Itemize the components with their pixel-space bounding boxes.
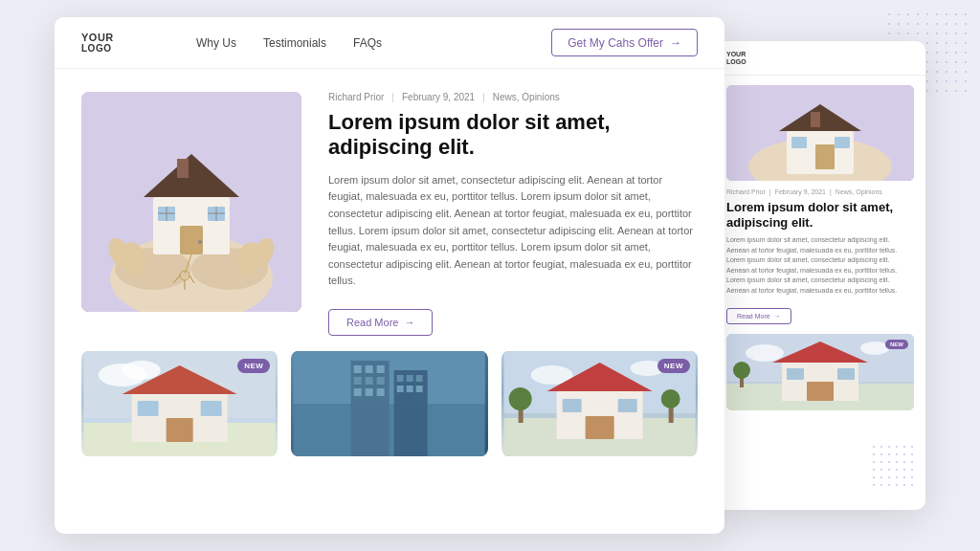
- svg-rect-39: [377, 365, 385, 373]
- svg-rect-40: [354, 377, 362, 385]
- svg-rect-74: [835, 137, 850, 148]
- svg-rect-47: [397, 375, 404, 382]
- blog-main-row: Richard Prior | February 9, 2021 | News,…: [55, 69, 724, 351]
- blog-author: Richard Prior: [328, 92, 384, 102]
- svg-point-77: [746, 344, 784, 362]
- svg-rect-11: [180, 226, 203, 254]
- sm-decorative-dots: [870, 443, 918, 491]
- sm-property-card[interactable]: NEW: [726, 334, 914, 410]
- svg-point-59: [508, 387, 531, 410]
- svg-rect-50: [397, 386, 404, 392]
- svg-rect-84: [807, 382, 834, 401]
- svg-rect-33: [201, 401, 222, 416]
- cta-button[interactable]: Get My Cahs Offer →: [551, 29, 698, 56]
- nav-faqs[interactable]: FAQs: [353, 36, 382, 50]
- svg-rect-42: [377, 377, 385, 385]
- new-badge-3: NEW: [657, 359, 690, 373]
- logo: YOUR LOGO: [81, 32, 139, 54]
- blog-title: Lorem ipsum dolor sit amet, adipiscing e…: [328, 110, 698, 161]
- blog-featured-image: [81, 92, 301, 312]
- blog-excerpt: Lorem ipsum dolor sit amet, consectetur …: [328, 172, 698, 290]
- logo-logo: LOGO: [81, 43, 139, 54]
- nav-links: Why Us Testimonials FAQs: [196, 36, 551, 50]
- sm-read-more-button[interactable]: Read More →: [726, 308, 791, 324]
- property-card-1[interactable]: NEW: [81, 351, 278, 456]
- svg-point-27: [122, 361, 161, 380]
- svg-rect-36: [351, 361, 390, 456]
- page-background: YOUR LOGO Why Us Testimonials FAQs Get M…: [0, 0, 980, 551]
- svg-point-18: [198, 240, 202, 244]
- meta-divider-1: |: [391, 92, 394, 102]
- svg-rect-46: [394, 370, 428, 456]
- property-card-3[interactable]: NEW: [501, 351, 698, 456]
- read-more-label: Read More: [346, 317, 398, 328]
- blog-date: February 9, 2021: [402, 92, 475, 102]
- property-card-2[interactable]: [291, 351, 487, 456]
- svg-rect-49: [416, 375, 423, 382]
- svg-rect-48: [407, 375, 413, 382]
- cta-arrow-icon: →: [669, 35, 681, 50]
- sm-navbar: YOUR LOGO: [715, 41, 925, 76]
- secondary-mockup: YOUR LOGO Richard Prior: [715, 41, 925, 510]
- svg-rect-37: [354, 365, 362, 373]
- sm-logo-logo: LOGO: [726, 58, 746, 66]
- sm-logo: YOUR LOGO: [726, 51, 746, 65]
- new-badge-1: NEW: [237, 359, 270, 373]
- meta-divider-2: |: [482, 92, 485, 102]
- nav-why-us[interactable]: Why Us: [196, 36, 236, 50]
- read-more-button[interactable]: Read More →: [328, 309, 433, 336]
- blog-text-content: Richard Prior | February 9, 2021 | News,…: [301, 92, 698, 336]
- sm-blog-title: Lorem ipsum dolor sit amet, adipiscing e…: [726, 200, 914, 230]
- navbar: YOUR LOGO Why Us Testimonials FAQs Get M…: [55, 17, 724, 69]
- svg-rect-45: [377, 388, 385, 396]
- sm-featured-image: [726, 85, 914, 181]
- property-cards-row: NEW: [55, 351, 724, 472]
- svg-rect-43: [354, 388, 362, 396]
- logo-your: YOUR: [81, 32, 139, 43]
- main-browser-mockup: YOUR LOGO Why Us Testimonials FAQs Get M…: [55, 17, 724, 534]
- sm-blog-excerpt: Lorem ipsum dolor sit amet, consectetur …: [726, 235, 914, 296]
- content-area: Richard Prior | February 9, 2021 | News,…: [55, 69, 724, 534]
- svg-rect-86: [837, 368, 855, 380]
- sm-logo-your: YOUR: [726, 51, 746, 58]
- cta-label: Get My Cahs Offer: [568, 36, 663, 50]
- svg-rect-10: [177, 159, 189, 178]
- svg-rect-85: [787, 368, 804, 380]
- blog-categories: News, Opinions: [493, 92, 560, 102]
- svg-rect-66: [617, 399, 636, 412]
- svg-rect-41: [366, 377, 373, 385]
- read-more-arrow-icon: →: [404, 317, 414, 328]
- svg-rect-38: [366, 365, 373, 373]
- blog-meta: Richard Prior | February 9, 2021 | News,…: [328, 92, 698, 102]
- sm-read-more-arrow-icon: →: [774, 313, 781, 320]
- sm-meta-div2: |: [830, 188, 832, 195]
- svg-rect-32: [138, 401, 159, 416]
- svg-rect-73: [791, 137, 807, 148]
- sm-date: February 9, 2021: [775, 188, 826, 195]
- svg-rect-52: [416, 386, 423, 392]
- svg-point-61: [660, 389, 679, 408]
- svg-rect-44: [366, 388, 373, 396]
- sm-read-more-label: Read More: [737, 313, 770, 320]
- nav-testimonials[interactable]: Testimonials: [263, 36, 326, 50]
- svg-rect-51: [407, 386, 413, 392]
- svg-rect-31: [167, 418, 193, 442]
- sm-author: Richard Prior: [726, 188, 766, 195]
- sm-meta-div1: |: [769, 188, 771, 195]
- svg-rect-71: [811, 112, 820, 127]
- svg-rect-65: [562, 399, 581, 412]
- sm-new-badge: NEW: [885, 340, 908, 349]
- sm-blog-meta: Richard Prior | February 9, 2021 | News,…: [726, 188, 914, 195]
- svg-rect-72: [815, 144, 835, 169]
- property-image-2: [291, 351, 487, 456]
- svg-point-81: [733, 362, 750, 379]
- svg-rect-64: [585, 416, 613, 439]
- sm-categories: News, Opinions: [835, 188, 882, 195]
- house-hands-illustration: [81, 92, 301, 312]
